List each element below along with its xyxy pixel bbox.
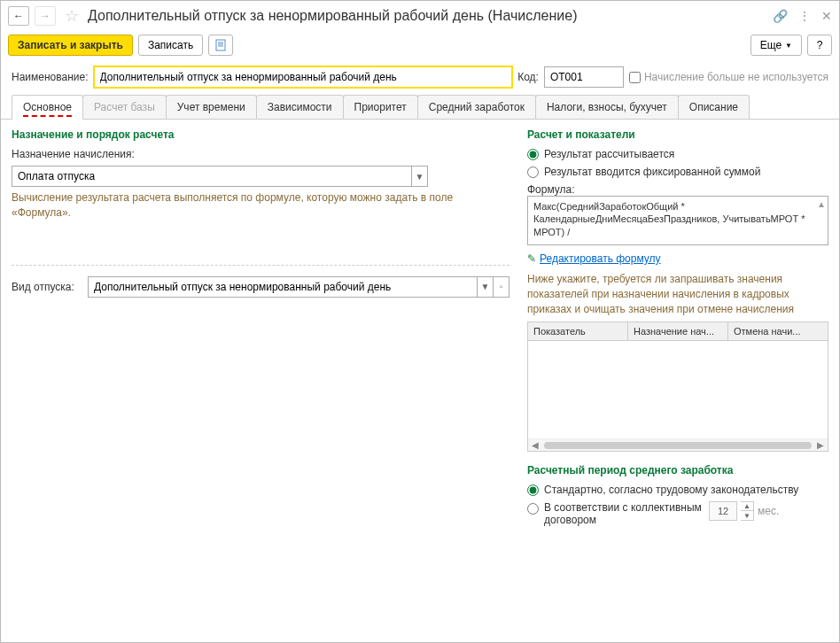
save-button[interactable]: Записать [138, 35, 203, 56]
divider [12, 265, 509, 266]
inactive-checkbox-wrap[interactable]: Начисление больше не используется [629, 71, 828, 83]
tab-description[interactable]: Описание [678, 95, 750, 119]
tab-time-tracking[interactable]: Учет времени [166, 95, 257, 119]
indicators-hint: Ниже укажите, требуется ли запрашивать з… [527, 272, 828, 316]
purpose-select[interactable] [12, 167, 411, 186]
indicators-table: Показатель Назначение нач... Отмена начи… [527, 322, 828, 452]
edit-formula-link[interactable]: Редактировать формулу [540, 252, 661, 265]
spinner-down-button[interactable]: ▼ [741, 511, 753, 520]
formula-hint: Вычисление результата расчета выполняетс… [12, 190, 509, 221]
radio-fixed-label: Результат вводится фиксированной суммой [544, 166, 760, 178]
radio-collective-label: В соответствии с коллективным договором [544, 501, 704, 526]
close-icon[interactable]: ✕ [821, 9, 832, 23]
menu-dots-icon[interactable]: ⋮ [798, 9, 811, 23]
favorite-star-icon[interactable]: ☆ [65, 6, 79, 26]
months-spinner[interactable] [709, 501, 737, 521]
radio-calculated[interactable] [527, 149, 539, 160]
radio-collective-period[interactable] [527, 503, 539, 515]
svg-rect-0 [216, 40, 225, 50]
radio-calculated-label: Результат рассчитывается [544, 148, 674, 160]
vacation-type-label: Вид отпуска: [12, 281, 81, 293]
chevron-down-icon: ▼ [785, 42, 792, 50]
tab-taxes[interactable]: Налоги, взносы, бухучет [535, 95, 679, 119]
purpose-dropdown-button[interactable]: ▼ [411, 167, 427, 186]
vacation-type-select[interactable] [89, 277, 477, 297]
tab-priority[interactable]: Приоритет [343, 95, 418, 119]
vacation-type-dropdown-button[interactable]: ▼ [477, 277, 493, 297]
formula-label: Формула: [527, 183, 828, 196]
window-title: Дополнительный отпуск за ненормированный… [88, 8, 767, 24]
th-cancel[interactable]: Отмена начи... [728, 322, 828, 340]
scroll-right-icon[interactable]: ▶ [817, 440, 824, 450]
help-button[interactable]: ? [807, 35, 832, 56]
radio-standard-period[interactable] [527, 484, 539, 496]
inactive-checkbox[interactable] [629, 72, 641, 83]
purpose-label: Назначение начисления: [12, 148, 135, 160]
section-purpose-header: Назначение и порядок расчета [12, 128, 509, 141]
document-button[interactable] [208, 35, 233, 56]
link-icon[interactable]: 🔗 [773, 9, 788, 23]
arrow-left-icon: ← [13, 10, 24, 22]
document-icon [214, 39, 227, 51]
section-period-header: Расчетный период среднего заработка [527, 464, 828, 476]
section-calc-header: Расчет и показатели [527, 128, 828, 141]
name-label: Наименование: [12, 71, 89, 83]
th-indicator[interactable]: Показатель [528, 322, 628, 340]
table-hscrollbar[interactable]: ◀ ▶ [528, 438, 828, 451]
spinner-up-button[interactable]: ▲ [741, 502, 753, 511]
pencil-icon: ✎ [527, 252, 536, 265]
th-assign[interactable]: Назначение нач... [628, 322, 728, 340]
inactive-label: Начисление больше не используется [644, 71, 828, 83]
tab-main[interactable]: Основное [12, 95, 83, 119]
tab-dependencies[interactable]: Зависимости [256, 95, 344, 119]
formula-textarea[interactable]: Макс(СреднийЗаработокОбщий * Календарные… [527, 196, 828, 245]
vacation-type-open-button[interactable]: ▫ [493, 277, 509, 297]
scroll-up-icon[interactable]: ▲ [817, 198, 826, 210]
scroll-left-icon[interactable]: ◀ [532, 440, 539, 450]
arrow-right-icon: → [40, 10, 51, 22]
name-input[interactable] [94, 66, 513, 88]
nav-back-button[interactable]: ← [8, 6, 29, 26]
more-button[interactable]: Еще ▼ [751, 35, 802, 56]
code-input[interactable] [544, 66, 624, 88]
hscroll-track[interactable] [544, 442, 812, 449]
save-and-close-button[interactable]: Записать и закрыть [8, 35, 133, 56]
nav-forward-button[interactable]: → [35, 6, 56, 26]
radio-fixed[interactable] [527, 167, 539, 178]
tab-avg-earnings[interactable]: Средний заработок [417, 95, 536, 119]
months-label: мес. [758, 505, 779, 517]
radio-standard-label: Стандартно, согласно трудовому законодат… [544, 484, 798, 496]
table-body[interactable] [528, 341, 828, 438]
code-label: Код: [517, 71, 539, 83]
tab-base-calc[interactable]: Расчет базы [82, 95, 167, 119]
